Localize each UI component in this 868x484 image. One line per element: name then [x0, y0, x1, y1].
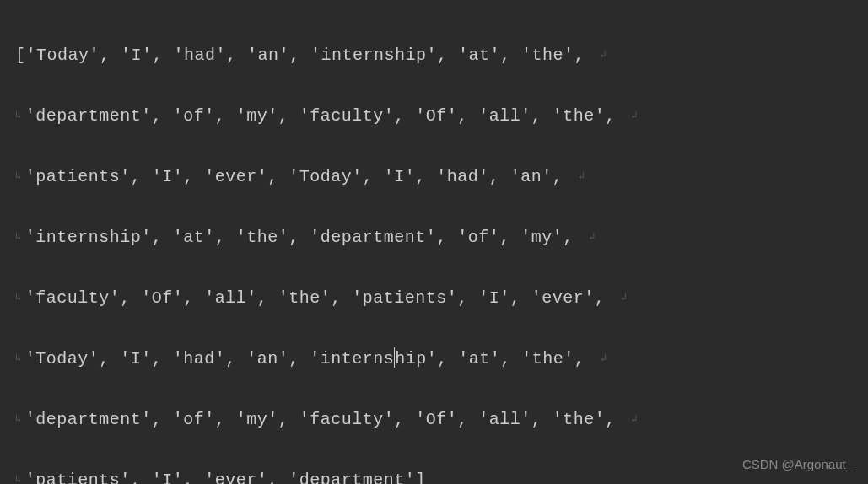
wrap-end-icon: ↲ [601, 49, 607, 61]
wrap-start-icon: ↳ [15, 231, 22, 243]
wrap-end-icon: ↲ [631, 413, 638, 425]
wrap-end-icon: ↲ [579, 170, 585, 182]
output-line: ↳'department', 'of', 'my', 'faculty', 'O… [15, 101, 853, 132]
wrap-start-icon: ↳ [15, 292, 22, 304]
wrap-end-icon: ↲ [621, 292, 628, 304]
wrap-start-icon: ↳ [15, 170, 22, 182]
wrap-end-icon: ↲ [631, 110, 638, 121]
output-line: ↳'Today', 'I', 'had', 'an', 'internship'… [15, 344, 853, 374]
wrap-start-icon: ↳ [15, 110, 22, 121]
output-line: ↳'internship', 'at', 'the', 'department'… [15, 223, 853, 253]
output-line: ↳'patients', 'I', 'ever', 'department'] [15, 465, 853, 484]
output-line: ↳'faculty', 'Of', 'all', 'the', 'patient… [15, 283, 853, 314]
watermark-text: CSDN @Argonaut_ [742, 453, 853, 476]
output-line: ['Today', 'I', 'had', 'an', 'internship'… [15, 40, 853, 71]
wrap-start-icon: ↳ [15, 474, 22, 484]
output-line: ↳'department', 'of', 'my', 'faculty', 'O… [15, 405, 853, 435]
wrap-end-icon: ↲ [589, 231, 596, 243]
output-line: ↳'patients', 'I', 'ever', 'Today', 'I', … [15, 162, 853, 192]
wrap-start-icon: ↳ [15, 352, 22, 364]
wrap-start-icon: ↳ [15, 413, 22, 425]
wrap-end-icon: ↲ [601, 352, 607, 364]
console-output: ['Today', 'I', 'had', 'an', 'internship'… [15, 10, 853, 484]
